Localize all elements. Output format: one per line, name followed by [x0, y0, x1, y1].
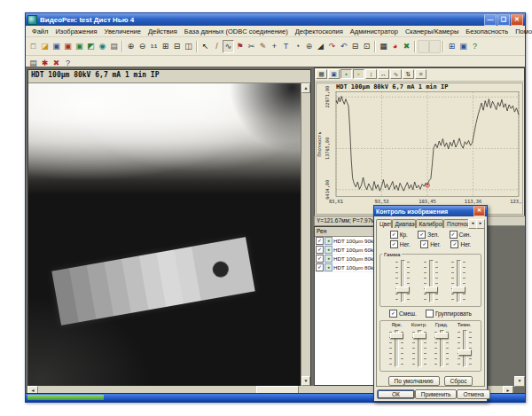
legend-lines-icon[interactable]: ≡ [415, 69, 426, 79]
zoom-in-icon[interactable]: ⊕ [125, 40, 137, 53]
rotate-ccw-icon[interactable]: ↶ [338, 40, 349, 53]
rotate-cw-icon[interactable]: ↷ [326, 40, 338, 53]
cursor-pair-icon[interactable]: ⇅ [403, 69, 414, 79]
channel-checkbox[interactable]: ✓Кр. [390, 231, 408, 239]
menu-scanners[interactable]: Сканеры/Камеры [402, 27, 462, 35]
collapse-box-icon[interactable]: ⊟ [349, 40, 361, 53]
split-horizontal-icon[interactable]: ⊟ [171, 40, 183, 53]
checkbox-mark[interactable]: ✓ [390, 231, 398, 239]
list-item-checkbox[interactable]: ✓ [316, 263, 324, 271]
checkbox-mark[interactable]: ✓ [420, 240, 428, 248]
globe-icon[interactable]: ◉ [97, 40, 108, 53]
checkbox-mark[interactable]: ✓ [450, 240, 458, 248]
mix-checkbox[interactable]: Группировать [426, 310, 472, 318]
text-icon[interactable]: T [280, 40, 292, 53]
blank-button[interactable] [429, 40, 441, 53]
tab-color[interactable]: Цвет [376, 219, 392, 228]
menu-administrator[interactable]: Администратор [347, 27, 402, 35]
menu-security[interactable]: Безопасность [462, 27, 512, 35]
slider-handle[interactable] [425, 286, 438, 293]
checkbox-mark[interactable]: ✓ [390, 240, 398, 248]
slider-handle[interactable] [435, 333, 449, 339]
list-item-checkbox[interactable]: ✓ [316, 246, 324, 254]
cancel-button[interactable]: Отмена [457, 389, 489, 399]
negative-checkbox[interactable]: ✓Нег. [420, 240, 441, 248]
save-icon[interactable]: ▣ [51, 40, 62, 53]
cascade-windows-icon[interactable]: ▣ [458, 40, 469, 53]
marker-yellow-icon[interactable]: ▪ [353, 69, 364, 79]
checkbox-mark[interactable] [426, 310, 434, 318]
save-red-icon[interactable]: ▣ [62, 40, 74, 53]
contrast-slider[interactable] [411, 328, 427, 369]
ruler-icon[interactable]: / [211, 40, 223, 53]
new-document-icon[interactable]: □ [27, 40, 39, 53]
image-vertical-scrollbar[interactable]: ▲ ▼ [301, 83, 310, 386]
profile-chart[interactable]: 83,6193,53103,45113,36123,286414,0013765… [317, 83, 522, 214]
tile-windows-icon[interactable]: ⊞ [446, 40, 458, 53]
menu-database[interactable]: База данных (ODBC соединение) [181, 27, 292, 35]
mix-checkbox[interactable]: ✓Смеш. [389, 310, 417, 318]
defaults-button[interactable]: По умолчанию [388, 376, 440, 386]
vertical-profile-icon[interactable]: ↕ [365, 69, 377, 79]
cut-icon[interactable]: ✂ [246, 40, 257, 53]
checkbox-mark[interactable]: ✓ [450, 231, 458, 239]
channel-checkbox[interactable]: ✓Син. [450, 231, 472, 239]
slider-handle[interactable] [390, 333, 403, 339]
grid-icon[interactable]: ▦ [316, 69, 327, 79]
palette-remove-icon[interactable]: ✖ [401, 40, 412, 53]
actual-size-icon[interactable]: 1:1 [148, 40, 160, 53]
gamma-red-slider[interactable] [395, 258, 411, 304]
open-folder-icon[interactable]: ◪ [39, 40, 51, 53]
dark-slider[interactable] [457, 328, 473, 369]
print-icon[interactable]: ▤ [108, 40, 120, 53]
menu-help[interactable]: Помощь [512, 27, 532, 35]
level-slope-icon[interactable]: ◢ [315, 40, 326, 53]
maximize-button[interactable]: ❑ [497, 14, 510, 26]
flag-icon[interactable]: ⚑ [234, 40, 246, 53]
tab-range[interactable]: Диапазон [392, 219, 416, 228]
pencil-icon[interactable]: ✎ [257, 40, 269, 53]
slider-handle[interactable] [452, 286, 466, 293]
tab-scroll-right-icon[interactable]: ► [476, 219, 485, 229]
blank-button[interactable] [418, 40, 429, 53]
menu-defectoscopy[interactable]: Дефектоскопия [292, 27, 347, 35]
free-profile-icon[interactable]: ∿ [390, 69, 402, 79]
save-green-icon[interactable]: ▣ [74, 40, 85, 53]
profile-line-icon[interactable]: ∿ [223, 40, 234, 53]
reset-button[interactable]: Сброс [444, 376, 473, 386]
palette-icon[interactable]: ◕ [389, 40, 401, 53]
crosshair-icon[interactable]: ⊕ [303, 40, 315, 53]
list-item-checkbox[interactable]: ✓ [316, 237, 324, 245]
scroll-down-icon[interactable]: ▼ [301, 376, 310, 386]
slider-handle[interactable] [458, 349, 472, 356]
apply-button[interactable]: Применить [415, 389, 458, 399]
gamma-green-slider[interactable] [423, 258, 439, 304]
tab-density[interactable]: Плотность [443, 219, 469, 228]
clock-icon[interactable]: ◔ [292, 40, 303, 53]
tab-calibration[interactable]: Калибровка [416, 219, 444, 228]
menu-actions[interactable]: Действия [145, 27, 181, 35]
dialog-title-bar[interactable]: Контроль изображения ✕ [374, 206, 487, 216]
split-vertical-icon[interactable]: ◫ [183, 40, 194, 53]
list-item-checkbox[interactable]: ✓ [316, 255, 324, 263]
minimize-button[interactable]: — [484, 14, 497, 26]
brightness-slider[interactable] [388, 328, 404, 369]
ok-button[interactable]: ОК [377, 389, 415, 399]
checkbox-mark[interactable]: ✓ [389, 310, 397, 318]
pointer-icon[interactable]: ↖ [200, 40, 211, 53]
menu-zoom[interactable]: Увеличение [101, 27, 145, 35]
export-folder-icon[interactable]: ◩ [85, 40, 97, 53]
negative-checkbox[interactable]: ✓Нег. [390, 240, 411, 248]
measure-point-icon[interactable]: + [269, 40, 280, 53]
save-profile-icon[interactable]: ▣ [328, 69, 340, 79]
menu-file[interactable]: Файл [28, 27, 51, 35]
gradation-slider[interactable] [434, 328, 450, 369]
menu-images[interactable]: Изображения [51, 27, 100, 35]
scroll-up-icon[interactable]: ▲ [301, 83, 310, 93]
info-box-icon[interactable]: ⊡ [361, 40, 372, 53]
zoom-out-icon[interactable]: ⊖ [137, 40, 148, 53]
vertical-scroll-down-icon[interactable]: ▼ [514, 376, 525, 387]
help-icon[interactable]: ? [469, 40, 481, 53]
histogram-icon[interactable]: ▦ [378, 40, 389, 53]
title-bar[interactable]: ВидеоРен: test Дист Нью 4 — ❑ ✕ [26, 13, 525, 26]
